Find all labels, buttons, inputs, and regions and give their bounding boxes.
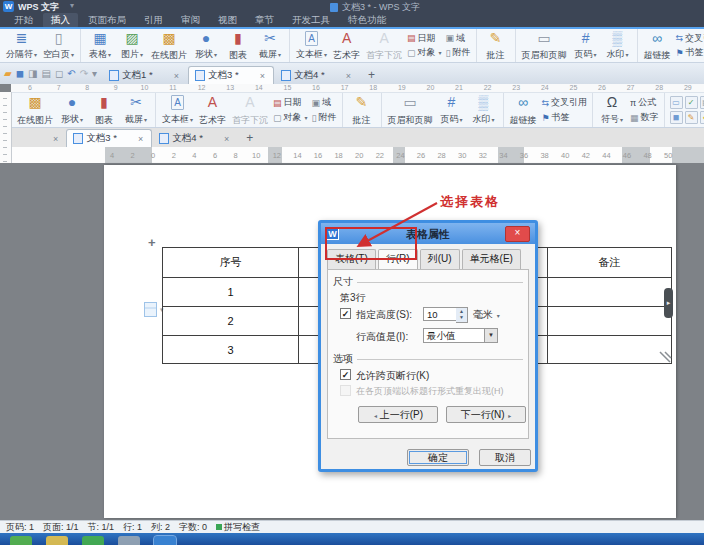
ribbon-item-bookmark[interactable]: ⚑书签 xyxy=(676,46,704,59)
ribbon-item-header-footer[interactable]: ▭页眉和页脚 xyxy=(385,94,436,126)
dialog-tab-2[interactable]: 列(U) xyxy=(420,249,460,269)
ribbon-item-cross-reference[interactable]: ⇆交叉引用 xyxy=(676,32,704,45)
edit-icon[interactable]: ✎ xyxy=(685,111,698,124)
menu-tab-item[interactable]: 章节 xyxy=(247,13,282,28)
menu-tab-item[interactable]: 审阅 xyxy=(173,13,208,28)
ribbon-item-object[interactable]: ▢对象▾ xyxy=(407,46,442,59)
height-value-input[interactable]: 10 xyxy=(423,307,457,321)
print-icon[interactable]: ▤ xyxy=(41,68,50,80)
ribbon-item-header-footer[interactable]: ▭页眉和页脚 xyxy=(519,30,570,61)
table-resize-handle[interactable]: ▸ xyxy=(664,288,673,318)
menu-tab-item[interactable]: 视图 xyxy=(210,13,245,28)
menu-tab-insert-active[interactable]: 插入 xyxy=(43,13,78,28)
ribbon-item-field[interactable]: ▣域 xyxy=(446,32,471,45)
menu-tab-item[interactable]: 页面布局 xyxy=(80,13,134,28)
taskbar-folder-icon[interactable] xyxy=(46,536,68,545)
ribbon-item-screenshot[interactable]: ✂截屏▾ xyxy=(120,94,152,126)
menu-tab-item[interactable]: 引用 xyxy=(136,13,171,28)
print-preview-icon[interactable]: ◻ xyxy=(55,68,63,80)
table-header-cell[interactable]: 备注 xyxy=(548,248,672,278)
ribbon-item-number[interactable]: ▦数字 xyxy=(630,111,659,124)
previous-row-button[interactable]: ◂ 上一行(P) xyxy=(358,406,438,423)
ribbon-item-cross-reference[interactable]: ⇆交叉引用 xyxy=(542,96,588,109)
taskbar-start-icon[interactable] xyxy=(10,536,32,545)
app-title-caret-icon[interactable]: ▾ xyxy=(70,1,74,10)
close-tab-icon[interactable]: × xyxy=(344,71,353,81)
table-move-handle[interactable]: + xyxy=(148,235,156,250)
table-cell[interactable] xyxy=(548,307,672,336)
ribbon-item-picture[interactable]: ▨图片▾ xyxy=(116,30,148,61)
doc-tab-doc3[interactable]: 文档3 *× xyxy=(66,129,152,147)
ribbon-item-page-number[interactable]: #页码▾ xyxy=(436,94,468,126)
cancel-button[interactable]: 取消 xyxy=(479,449,531,466)
table-cell[interactable]: 3 xyxy=(163,336,299,364)
row-height-dropdown[interactable]: 最小值▼ xyxy=(423,328,498,343)
ribbon-item-chart[interactable]: ▮图表 xyxy=(88,94,120,126)
doc-tab-doc3[interactable]: 文档3 *× xyxy=(188,66,274,84)
table-cell[interactable] xyxy=(548,336,672,364)
ribbon-item-wordart[interactable]: A艺术字 xyxy=(196,94,229,126)
ribbon-item-comment[interactable]: ✎批注 xyxy=(346,94,378,126)
menu-tab-item[interactable]: 开发工具 xyxy=(284,13,338,28)
ribbon-item-online-picture[interactable]: ▩在线图片 xyxy=(14,94,56,126)
ribbon-item-bookmark[interactable]: ⚑书签 xyxy=(542,111,588,124)
close-tab-icon[interactable]: × xyxy=(222,134,231,144)
ribbon-item-field[interactable]: ▣域 xyxy=(312,96,337,109)
doc-tab-doc1[interactable]: 文档1 *× xyxy=(102,66,188,84)
dropdown-caret-icon[interactable]: ▼ xyxy=(484,329,497,342)
dialog-tab-3[interactable]: 单元格(E) xyxy=(462,249,521,269)
close-tab-icon[interactable]: × xyxy=(136,134,145,144)
redo-icon[interactable]: ↷ xyxy=(80,68,88,80)
ribbon-item-page-break[interactable]: ≣分隔符▾ xyxy=(3,30,40,61)
ribbon-item-screenshot[interactable]: ✂截屏▾ xyxy=(254,30,286,61)
ribbon-item-date[interactable]: ▤日期 xyxy=(273,96,308,109)
dialog-close-button[interactable]: × xyxy=(505,226,530,242)
ribbon-item-attachment[interactable]: ▯附件 xyxy=(446,46,471,59)
fill-icon[interactable]: ◼ xyxy=(670,111,683,124)
ribbon-item-formula[interactable]: π公式 xyxy=(630,96,659,109)
specify-height-checkbox[interactable]: ✓ xyxy=(340,308,351,319)
table-cell[interactable]: 1 xyxy=(163,278,299,307)
frame-icon[interactable]: ▭ xyxy=(670,96,683,109)
allow-row-break-checkbox[interactable]: ✓ xyxy=(340,369,351,380)
ribbon-item-hyperlink[interactable]: ∞超链接 xyxy=(641,30,674,61)
ribbon-item-wordart[interactable]: A艺术字 xyxy=(330,30,363,61)
ribbon-item-dropcap[interactable]: A首字下沉 xyxy=(363,30,405,61)
close-tab-icon[interactable]: × xyxy=(51,134,60,144)
ribbon-item-shapes[interactable]: ●形状▾ xyxy=(56,94,88,126)
height-unit-dropdown[interactable]: 毫米 ▾ xyxy=(473,308,500,322)
open-folder-icon[interactable]: ▰ xyxy=(4,68,12,80)
new-tab-button[interactable]: + xyxy=(238,131,261,147)
next-row-button[interactable]: 下一行(N) ▸ xyxy=(446,406,526,423)
taskbar-app-icon[interactable] xyxy=(118,536,140,545)
grid-icon[interactable]: ▦ xyxy=(700,96,704,109)
ribbon-item-object[interactable]: ▢对象▾ xyxy=(273,111,308,124)
save-icon[interactable]: ◼ xyxy=(16,68,24,80)
ribbon-item-watermark[interactable]: ▒水印▾ xyxy=(602,30,634,61)
table-cell[interactable] xyxy=(548,278,672,307)
ribbon-item-symbol[interactable]: Ω符号▾ xyxy=(596,94,628,126)
taskbar-browser-icon[interactable] xyxy=(82,536,104,545)
close-tab-icon[interactable]: × xyxy=(258,71,267,81)
ribbon-item-attachment[interactable]: ▯附件 xyxy=(312,111,337,124)
ribbon-item-dropcap[interactable]: A首字下沉 xyxy=(229,94,271,126)
export-icon[interactable]: ◨ xyxy=(28,68,37,80)
ribbon-item-textbox[interactable]: A文本框▾ xyxy=(293,30,330,61)
height-spinner-buttons[interactable]: ▲▼ xyxy=(456,307,468,323)
ribbon-item-shapes[interactable]: ●形状▾ xyxy=(190,30,222,61)
table-header-cell[interactable]: 序号 xyxy=(163,248,299,278)
ribbon-item-online-picture[interactable]: ▩在线图片 xyxy=(148,30,190,61)
close-tab-icon[interactable]: × xyxy=(172,71,181,81)
ribbon-item-textbox[interactable]: A文本框▾ xyxy=(159,94,196,126)
new-tab-button[interactable]: + xyxy=(360,68,383,84)
ribbon-item-hyperlink[interactable]: ∞超链接 xyxy=(507,94,540,126)
ribbon-item-blank-page[interactable]: ▯空白页▾ xyxy=(40,30,77,61)
menu-tab-item[interactable]: 特色功能 xyxy=(340,13,394,28)
ribbon-item-page-number[interactable]: #页码▾ xyxy=(570,30,602,61)
ok-button[interactable]: 确定 xyxy=(407,449,469,466)
quick-access-caret-icon[interactable]: ▾ xyxy=(92,68,97,80)
doc-tab-doc4[interactable]: 文档4 *× xyxy=(152,129,238,147)
ribbon-item-date[interactable]: ▤日期 xyxy=(407,32,442,45)
ribbon-item-watermark[interactable]: ▒水印▾ xyxy=(468,94,500,126)
ribbon-item-comment[interactable]: ✎批注 xyxy=(480,30,512,61)
